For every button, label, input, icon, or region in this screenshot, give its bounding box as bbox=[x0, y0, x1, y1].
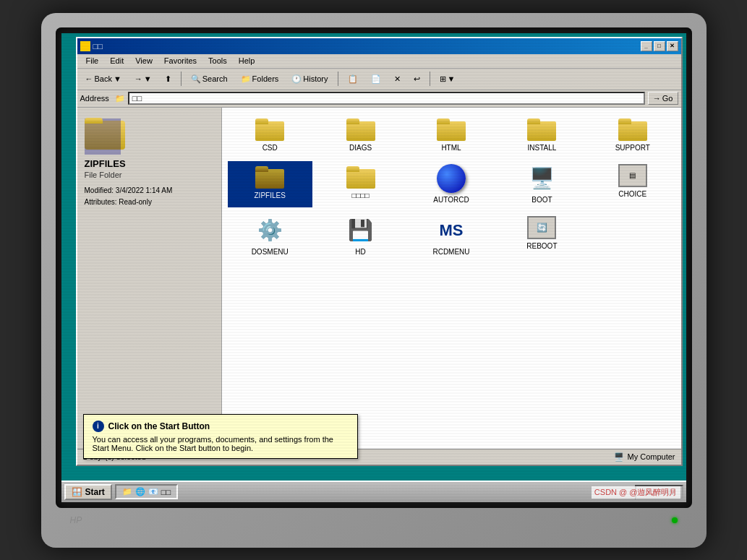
toolbar-sep-2 bbox=[338, 72, 338, 86]
up-button[interactable]: ⬆ bbox=[160, 72, 176, 86]
undo-button[interactable]: ↩ bbox=[409, 72, 425, 86]
boot-icon: 🖥️ bbox=[527, 164, 556, 193]
close-button[interactable]: ✕ bbox=[667, 41, 678, 51]
file-item-csd[interactable]: CSD bbox=[228, 113, 312, 155]
folder-selected-overlay bbox=[85, 119, 121, 155]
folder-icon-install bbox=[527, 116, 556, 141]
taskbar-item-icon: 📁 bbox=[122, 487, 132, 496]
taskbar-window-label: □□ bbox=[161, 488, 171, 496]
file-item-html[interactable]: HTML bbox=[409, 113, 493, 155]
autorcd-icon bbox=[437, 164, 466, 193]
file-label-boot: BOOT bbox=[532, 196, 552, 204]
menu-view[interactable]: View bbox=[129, 55, 158, 66]
file-item-boot[interactable]: 🖥️ BOOT bbox=[500, 161, 584, 207]
file-label-autorcd: AUTORCD bbox=[433, 196, 469, 204]
file-grid: CSD DIAGS HTML INSTALL bbox=[222, 108, 681, 449]
file-item-zipfiles[interactable]: ZIPFILES bbox=[228, 161, 312, 207]
file-item-boxes[interactable]: □□□□ bbox=[318, 161, 403, 207]
file-item-autorcd[interactable]: AUTORCD bbox=[409, 161, 493, 207]
reboot-icon: 🔄 bbox=[527, 216, 556, 239]
delete-button[interactable]: ✕ bbox=[389, 72, 406, 86]
reboot-icon-text: 🔄 bbox=[537, 223, 547, 233]
taskbar-items: 📁 🌐 📧 □□ bbox=[115, 484, 632, 499]
taskbar-item-explorer[interactable]: 📁 🌐 📧 □□ bbox=[115, 484, 178, 499]
left-panel-modified: Modified: 3/4/2022 1:14 AM bbox=[85, 185, 214, 197]
title-bar-left: □□ bbox=[80, 41, 103, 51]
menu-tools[interactable]: Tools bbox=[202, 55, 233, 66]
address-label: Address bbox=[80, 94, 112, 103]
file-label-support: SUPPORT bbox=[615, 144, 650, 152]
file-item-choice[interactable]: ▤ CHOICE bbox=[590, 161, 675, 207]
menu-bar: File Edit View Favorites Tools Help bbox=[77, 54, 681, 69]
status-right-text: My Computer bbox=[627, 452, 675, 461]
toolbar: ← Back ▼ → ▼ ⬆ 🔍 Search bbox=[77, 69, 681, 90]
maximize-button[interactable]: □ bbox=[654, 41, 665, 51]
copy-icon: 📋 bbox=[348, 74, 358, 84]
file-label-reboot: REBOOT bbox=[526, 242, 557, 251]
folder-icon-html bbox=[437, 116, 466, 141]
paste-button[interactable]: 📄 bbox=[366, 72, 386, 86]
menu-file[interactable]: File bbox=[80, 55, 105, 66]
address-input[interactable]: □□ bbox=[128, 92, 645, 105]
tooltip-title: i Click on the Start Button bbox=[93, 421, 349, 432]
address-folder-icon: 📁 bbox=[115, 94, 125, 103]
csdn-author: @遊风醉明月 bbox=[629, 488, 677, 496]
search-button[interactable]: 🔍 Search bbox=[186, 72, 233, 86]
forward-button[interactable]: → ▼ bbox=[129, 72, 157, 85]
forward-icon: → bbox=[135, 74, 142, 83]
go-button[interactable]: → Go bbox=[648, 92, 678, 105]
menu-favorites[interactable]: Favorites bbox=[158, 55, 202, 66]
up-icon: ⬆ bbox=[165, 74, 171, 84]
file-item-rcdmenu[interactable]: MS RCDMENU bbox=[409, 213, 493, 259]
file-item-dosmenu[interactable]: ⚙️ DOSMENU bbox=[228, 213, 312, 259]
rcdmenu-icon: MS bbox=[437, 216, 466, 245]
screen: □□ _ □ ✕ File Edit View Favorites Tools … bbox=[61, 33, 686, 502]
file-label-html: HTML bbox=[441, 144, 461, 152]
file-item-reboot[interactable]: 🔄 REBOOT bbox=[500, 213, 584, 259]
title-bar-buttons: _ □ ✕ bbox=[641, 41, 678, 51]
file-label-diags: DIAGS bbox=[349, 144, 372, 152]
copy-button[interactable]: 📋 bbox=[343, 72, 363, 86]
file-item-install[interactable]: INSTALL bbox=[500, 113, 584, 155]
menu-help[interactable]: Help bbox=[233, 55, 261, 66]
history-label: History bbox=[303, 74, 328, 83]
file-item-diags[interactable]: DIAGS bbox=[318, 113, 403, 155]
history-button[interactable]: 🕐 History bbox=[286, 72, 333, 86]
tooltip-info-icon: i bbox=[93, 421, 104, 432]
left-panel-attributes: Attributes: Read-only bbox=[85, 197, 214, 208]
search-label: Search bbox=[202, 74, 228, 83]
folder-title-icon bbox=[80, 41, 90, 51]
left-panel-folder-type: File Folder bbox=[85, 171, 214, 179]
back-dropdown-icon[interactable]: ▼ bbox=[114, 74, 121, 83]
folder-icon-diags bbox=[346, 116, 375, 141]
search-icon: 🔍 bbox=[191, 74, 201, 84]
title-bar: □□ _ □ ✕ bbox=[77, 38, 681, 54]
hd-icon: 💾 bbox=[346, 216, 375, 245]
file-label-choice: CHOICE bbox=[618, 190, 646, 199]
big-folder-icon bbox=[85, 115, 128, 151]
go-label: Go bbox=[662, 94, 673, 103]
menu-edit[interactable]: Edit bbox=[104, 55, 129, 66]
forward-dropdown-icon[interactable]: ▼ bbox=[144, 74, 152, 83]
file-label-boxes: □□□□ bbox=[352, 191, 370, 200]
views-dropdown-icon[interactable]: ▼ bbox=[448, 74, 456, 83]
minimize-button[interactable]: _ bbox=[641, 41, 652, 51]
paste-icon: 📄 bbox=[371, 74, 381, 84]
file-label-install: INSTALL bbox=[527, 144, 556, 152]
file-item-support[interactable]: SUPPORT bbox=[590, 113, 675, 155]
address-bar: Address 📁 □□ → Go bbox=[77, 90, 681, 108]
folders-button[interactable]: 📁 Folders bbox=[236, 72, 284, 86]
back-button[interactable]: ← Back ▼ bbox=[80, 72, 127, 85]
views-button[interactable]: ⊞ ▼ bbox=[435, 72, 461, 86]
start-windows-icon: 🪟 bbox=[72, 487, 82, 497]
start-label: Start bbox=[85, 487, 105, 497]
dosmenu-icon: ⚙️ bbox=[255, 216, 284, 245]
file-item-hd[interactable]: 💾 HD bbox=[318, 213, 403, 259]
undo-icon: ↩ bbox=[414, 74, 420, 84]
content-area: ZIPFILES File Folder Modified: 3/4/2022 … bbox=[77, 108, 681, 449]
csdn-separator: @ bbox=[619, 488, 627, 496]
taskbar-item-label2: 📧 bbox=[148, 487, 158, 496]
back-label: Back bbox=[95, 74, 112, 83]
tooltip-balloon: i Click on the Start Button You can acce… bbox=[83, 414, 358, 459]
start-button[interactable]: 🪟 Start bbox=[64, 484, 112, 500]
